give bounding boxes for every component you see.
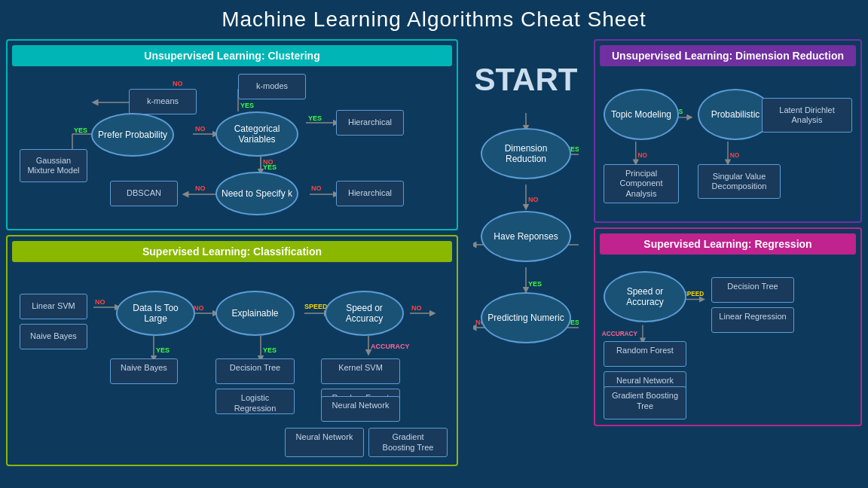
topic-modeling-node: Topic Modeling bbox=[604, 89, 679, 140]
naive-bayes1-node: Naive Bayes bbox=[20, 324, 87, 349]
random-forest-reg-node: Random Forest bbox=[604, 341, 686, 367]
dbscan-node: DBSCAN bbox=[110, 181, 178, 206]
svg-text:YES: YES bbox=[308, 114, 322, 122]
gaussian-node: Gaussian Mixture Model bbox=[20, 149, 87, 182]
linear-svm-node: Linear SVM bbox=[20, 294, 87, 319]
dimension-reduction-node: Dimension Reduction bbox=[481, 128, 571, 179]
svg-text:SPEED: SPEED bbox=[304, 303, 328, 310]
decision-tree-clf-node: Decision Tree bbox=[215, 358, 295, 384]
hierarchical1-node: Hierarchical bbox=[336, 110, 404, 136]
svg-text:NO: NO bbox=[528, 196, 539, 203]
svg-text:ACCURACY: ACCURACY bbox=[602, 331, 638, 337]
kernel-svm-node: Kernel SVM bbox=[321, 358, 400, 384]
svg-text:YES: YES bbox=[528, 280, 542, 288]
svg-text:YES: YES bbox=[263, 163, 277, 171]
svg-text:NO: NO bbox=[194, 304, 204, 312]
svg-text:NO: NO bbox=[311, 185, 322, 192]
categorical-node: Categorical Variables bbox=[215, 111, 298, 157]
svg-text:NO: NO bbox=[263, 158, 274, 166]
latent-dirichlet-node: Latent Dirichlet Analysis bbox=[762, 98, 852, 133]
have-responses-node: Have Reponses bbox=[481, 211, 571, 262]
kmeans-node: k-means bbox=[129, 89, 197, 114]
classification-header: Supervised Learning: Classification bbox=[12, 241, 452, 262]
neural-net-outcome: Neural Network bbox=[285, 428, 364, 457]
logistic-regression-node: Logistic Regression bbox=[215, 389, 295, 414]
kmodes-node: k-modes bbox=[238, 74, 306, 99]
predicting-numeric-node: Predicting Numeric bbox=[481, 292, 571, 343]
svg-text:YES: YES bbox=[156, 346, 170, 354]
data-large-node: Data Is Too Large bbox=[116, 291, 195, 336]
svg-text:YES: YES bbox=[74, 127, 87, 134]
svg-text:NO: NO bbox=[173, 80, 183, 87]
regression-header: Supervised Learning: Regression bbox=[600, 233, 856, 255]
svg-text:YES: YES bbox=[240, 102, 254, 109]
svg-text:YES: YES bbox=[263, 346, 277, 354]
prefer-prob-node: Prefer Probability bbox=[91, 113, 174, 157]
svg-text:NO: NO bbox=[730, 152, 740, 159]
need-specify-node: Need to Specify k bbox=[215, 172, 298, 215]
svg-text:NO: NO bbox=[638, 152, 648, 159]
speed-accuracy-reg-node: Speed or Accuracy bbox=[604, 271, 686, 322]
naive-bayes2-node: Naive Bayes bbox=[110, 358, 178, 384]
explainable-node: Explainable bbox=[215, 291, 295, 336]
svg-text:NO: NO bbox=[95, 298, 105, 306]
hierarchical2-node: Hierarchical bbox=[336, 181, 404, 206]
svd-node: Singular Value Decomposition bbox=[698, 164, 781, 199]
gradient-boost1-outcome: Gradient Boosting Tree bbox=[368, 428, 448, 457]
clustering-header: Unsupervised Learning: Clustering bbox=[12, 45, 452, 66]
start-label: START bbox=[475, 62, 578, 98]
svg-text:NO: NO bbox=[411, 304, 422, 312]
page-title: Machine Learning Algorithms Cheat Sheet bbox=[0, 0, 868, 36]
svg-text:NO: NO bbox=[195, 125, 206, 133]
speed-accuracy-clf-node: Speed or Accuracy bbox=[325, 291, 404, 336]
pca-node: Principal Component Analysis bbox=[604, 164, 679, 203]
decision-tree-reg-node: Decision Tree bbox=[711, 277, 794, 303]
linear-regression-node: Linear Regression bbox=[711, 307, 794, 333]
svg-text:NO: NO bbox=[195, 185, 206, 192]
dr-header: Unsupervised Learning: Dimension Reducti… bbox=[600, 45, 856, 66]
svg-text:ACCURACY: ACCURACY bbox=[371, 343, 410, 350]
neural-network1-node: Neural Network bbox=[321, 396, 400, 422]
gradient-boosting-reg-node: Gradient Boosting Tree bbox=[604, 386, 686, 419]
